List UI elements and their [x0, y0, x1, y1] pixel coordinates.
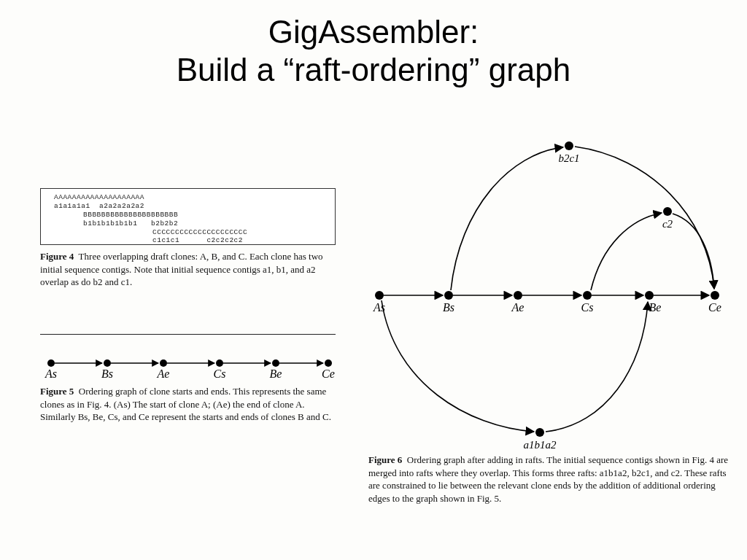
fig6-node-Ae: Ae [511, 301, 525, 314]
title-line-1: GigAssembler: [268, 14, 479, 50]
fig5-node-Be: Be [270, 368, 282, 380]
fig4-line-a: a1a1a1a1 a2a2a2a2a2 [54, 202, 328, 211]
svg-point-16 [711, 291, 719, 300]
slide: GigAssembler: Build a “raft-ordering” gr… [0, 0, 747, 560]
figure-5-graph: As Bs Ae Cs Be Ce [40, 350, 336, 383]
fig5-node-Cs: Cs [214, 368, 226, 380]
fig5-node-As: As [44, 368, 57, 380]
fig6-node-Ce: Ce [708, 301, 721, 314]
fig4-line-B: BBBBBBBBBBBBBBBBBBBBB [54, 211, 328, 219]
fig6-node-Be: Be [649, 301, 662, 314]
figure-5-text: Ordering graph of clone starts and ends.… [40, 386, 331, 422]
svg-point-1 [104, 359, 111, 367]
fig4-line-A: AAAAAAAAAAAAAAAAAAAA [54, 193, 328, 202]
title-line-2: Build a “raft-ordering” graph [177, 52, 570, 88]
figure-5-rule [40, 334, 336, 335]
figure-4-text: Three overlapping draft clones: A, B, an… [40, 251, 323, 287]
fig6-raft-b2c1: b2c1 [558, 152, 579, 164]
svg-point-12 [444, 291, 453, 300]
svg-point-24 [535, 428, 544, 437]
fig6-node-Cs: Cs [581, 301, 594, 314]
figure-4-box: AAAAAAAAAAAAAAAAAAAA a1a1a1a1 a2a2a2a2a2… [40, 188, 336, 245]
fig5-nodes: As Bs Ae Cs Be Ce [44, 359, 335, 380]
figure-6-graph: As Bs Ae Cs Be Ce b2c1 c2 a1b1a2 [357, 120, 729, 463]
svg-point-13 [514, 291, 522, 300]
figure-6-label: Figure 6 [368, 454, 402, 465]
figure-5-caption: Figure 5 Ordering graph of clone starts … [40, 385, 336, 424]
fig4-line-C: CCCCCCCCCCCCCCCCCCCCC [54, 228, 328, 237]
svg-point-14 [583, 291, 592, 300]
figure-4-caption: Figure 4 Three overlapping draft clones:… [40, 250, 336, 289]
slide-title: GigAssembler: Build a “raft-ordering” gr… [0, 13, 747, 89]
svg-point-15 [645, 291, 654, 300]
svg-point-23 [663, 207, 672, 216]
fig5-node-Ae: Ae [157, 368, 170, 380]
fig6-raft-a1b1a2: a1b1a2 [524, 439, 557, 451]
svg-point-2 [160, 359, 167, 367]
fig6-raft-c2: c2 [662, 218, 673, 230]
svg-point-3 [216, 359, 223, 367]
figure-4-label: Figure 4 [40, 251, 74, 262]
svg-point-4 [272, 359, 279, 367]
figure-5-label: Figure 5 [40, 386, 74, 397]
figure-6-text: Ordering graph after adding in rafts. Th… [368, 454, 728, 504]
svg-point-11 [375, 291, 384, 300]
figure-6-caption: Figure 6 Ordering graph after adding in … [368, 454, 729, 505]
svg-point-0 [47, 359, 55, 367]
fig4-line-b: b1b1b1b1b1b1 b2b2b2 [54, 219, 328, 228]
fig5-node-Bs: Bs [101, 368, 113, 380]
fig6-node-Bs: Bs [443, 301, 454, 314]
fig4-line-c: c1c1c1 c2c2c2c2 [54, 236, 328, 245]
svg-point-5 [325, 359, 332, 367]
fig5-node-Ce: Ce [322, 368, 335, 380]
svg-point-22 [565, 141, 573, 150]
